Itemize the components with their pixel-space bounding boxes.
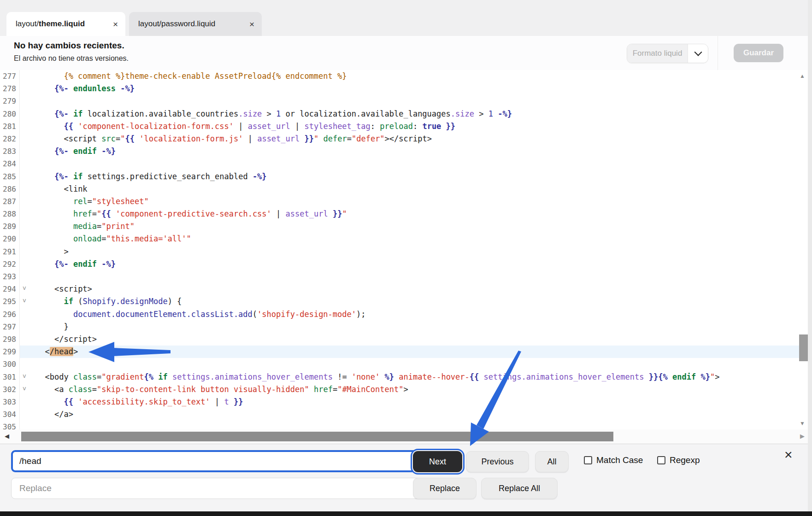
line-number: 301 xyxy=(0,371,20,383)
code-text: {%- if settings.predictive_search_enable… xyxy=(35,170,808,183)
editor-header: No hay cambios recientes. El archivo no … xyxy=(0,36,812,70)
code-line-301[interactable]: 301v <body class="gradient{% if settings… xyxy=(0,371,808,383)
scroll-left-icon[interactable]: ◀ xyxy=(5,433,9,440)
code-line-295[interactable]: 295v if (Shopify.designMode) { xyxy=(0,295,808,308)
line-number: 278 xyxy=(0,82,20,95)
format-liquid-button-label[interactable]: Formato liquid xyxy=(627,44,688,63)
code-line-294[interactable]: 294v <script> xyxy=(0,283,808,295)
code-line-277[interactable]: 277 {% comment %}theme-check-enable Asse… xyxy=(0,70,808,82)
code-line-299[interactable]: 299 </head> xyxy=(0,346,808,358)
code-text: {{ 'accessibility.skip_to_text' | t }} xyxy=(35,396,808,408)
replace-button[interactable]: Replace xyxy=(413,478,477,499)
version-status-text: El archivo no tiene otras versiones. xyxy=(14,54,129,63)
code-text xyxy=(35,270,808,283)
close-tab-icon[interactable]: × xyxy=(249,20,254,29)
code-line-304[interactable]: 304 </a> xyxy=(0,408,808,421)
code-line-290[interactable]: 290 onload="this.media='all'" xyxy=(0,233,808,245)
code-line-283[interactable]: 283 {%- endif -%} xyxy=(0,145,808,158)
code-text: <link xyxy=(35,183,808,195)
format-liquid-split-button[interactable]: Formato liquid xyxy=(627,44,708,63)
close-tab-icon[interactable]: × xyxy=(113,20,118,29)
code-line-282[interactable]: 282 <script src="{{ 'localization-form.j… xyxy=(0,133,808,145)
code-line-289[interactable]: 289 media="print" xyxy=(0,220,808,233)
code-line-288[interactable]: 288 href="{{ 'component-predictive-searc… xyxy=(0,208,808,220)
code-text: if (Shopify.designMode) { xyxy=(35,295,808,308)
code-line-305[interactable]: 305 xyxy=(0,421,808,429)
match-case-option: Match Case xyxy=(584,455,643,465)
code-text: <a class="skip-to-content-link button vi… xyxy=(35,383,808,396)
code-text: </script> xyxy=(35,333,808,346)
tab-theme-liquid[interactable]: layout/theme.liquid × xyxy=(6,12,125,36)
code-line-302[interactable]: 302v <a class="skip-to-content-link butt… xyxy=(0,383,808,396)
scroll-down-icon[interactable]: ▼ xyxy=(800,420,805,427)
fold-toggle-icon[interactable]: v xyxy=(20,283,35,295)
code-line-291[interactable]: 291 > xyxy=(0,246,808,258)
fold-spacer xyxy=(20,333,35,346)
line-number: 298 xyxy=(0,333,20,346)
header-divider xyxy=(718,36,718,70)
line-number: 304 xyxy=(0,408,20,421)
line-number: 287 xyxy=(0,195,20,208)
code-editor[interactable]: 277 {% comment %}theme-check-enable Asse… xyxy=(0,70,808,429)
code-line-287[interactable]: 287 rel="stylesheet" xyxy=(0,195,808,208)
fold-spacer xyxy=(20,70,35,82)
code-text: {% comment %}theme-check-enable AssetPre… xyxy=(35,70,808,82)
match-case-checkbox[interactable] xyxy=(584,456,592,464)
code-text: </head> xyxy=(35,346,808,358)
fold-spacer xyxy=(20,246,35,258)
code-line-286[interactable]: 286 <link xyxy=(0,183,808,195)
code-line-296[interactable]: 296 document.documentElement.classList.a… xyxy=(0,308,808,321)
code-line-278[interactable]: 278 {%- endunless -%} xyxy=(0,82,808,95)
code-text: > xyxy=(35,246,808,258)
fold-spacer xyxy=(20,346,35,358)
tab-password-liquid[interactable]: layout/password.liquid × xyxy=(129,12,262,36)
code-line-280[interactable]: 280 {%- if localization.available_countr… xyxy=(0,108,808,120)
find-previous-button[interactable]: Previous xyxy=(466,451,529,472)
code-line-292[interactable]: 292 {%- endif -%} xyxy=(0,258,808,270)
horizontal-scrollbar[interactable]: ◀ xyxy=(0,429,808,444)
replace-all-button[interactable]: Replace All xyxy=(481,478,558,499)
tab-label: layout/password.liquid xyxy=(138,19,215,29)
fold-spacer xyxy=(20,358,35,370)
code-line-297[interactable]: 297 } xyxy=(0,321,808,333)
line-number: 279 xyxy=(0,95,20,107)
replace-input[interactable] xyxy=(11,478,424,499)
fold-toggle-icon[interactable]: v xyxy=(20,383,35,396)
find-all-button[interactable]: All xyxy=(535,451,569,472)
shopify-code-editor-window: layout/theme.liquid × layout/password.li… xyxy=(0,0,812,516)
horizontal-scrollbar-thumb[interactable] xyxy=(21,432,613,441)
code-line-293[interactable]: 293 xyxy=(0,270,808,283)
line-number: 290 xyxy=(0,233,20,245)
code-text: {%- if localization.available_countries.… xyxy=(35,108,808,120)
code-line-303[interactable]: 303 {{ 'accessibility.skip_to_text' | t … xyxy=(0,396,808,408)
fold-spacer xyxy=(20,95,35,107)
code-line-300[interactable]: 300 xyxy=(0,358,808,370)
line-number: 294 xyxy=(0,283,20,295)
format-options-dropdown[interactable] xyxy=(688,44,708,63)
code-line-284[interactable]: 284 xyxy=(0,158,808,170)
code-line-279[interactable]: 279 xyxy=(0,95,808,107)
save-button[interactable]: Guardar xyxy=(734,44,783,62)
find-next-button[interactable]: Next xyxy=(413,451,462,472)
fold-spacer xyxy=(20,208,35,220)
close-find-panel-icon[interactable]: × xyxy=(784,448,793,462)
regexp-checkbox[interactable] xyxy=(657,456,665,464)
line-number: 284 xyxy=(0,158,20,170)
match-case-label: Match Case xyxy=(596,455,643,465)
scroll-up-icon[interactable]: ▲ xyxy=(800,73,805,79)
code-text: media="print" xyxy=(35,220,808,233)
fold-spacer xyxy=(20,108,35,120)
fold-spacer xyxy=(20,220,35,233)
code-line-281[interactable]: 281 {{ 'component-localization-form.css'… xyxy=(0,120,808,133)
fold-toggle-icon[interactable]: v xyxy=(20,371,35,383)
fold-toggle-icon[interactable]: v xyxy=(20,295,35,308)
search-input[interactable] xyxy=(11,450,421,472)
vertical-scrollbar-thumb[interactable] xyxy=(799,334,808,361)
window-right-edge xyxy=(808,0,812,516)
line-number: 291 xyxy=(0,246,20,258)
code-line-298[interactable]: 298 </script> xyxy=(0,333,808,346)
scroll-right-icon[interactable]: ▶ xyxy=(800,433,805,440)
line-number: 277 xyxy=(0,70,20,82)
code-lines: 277 {% comment %}theme-check-enable Asse… xyxy=(0,70,808,429)
code-line-285[interactable]: 285 {%- if settings.predictive_search_en… xyxy=(0,170,808,183)
